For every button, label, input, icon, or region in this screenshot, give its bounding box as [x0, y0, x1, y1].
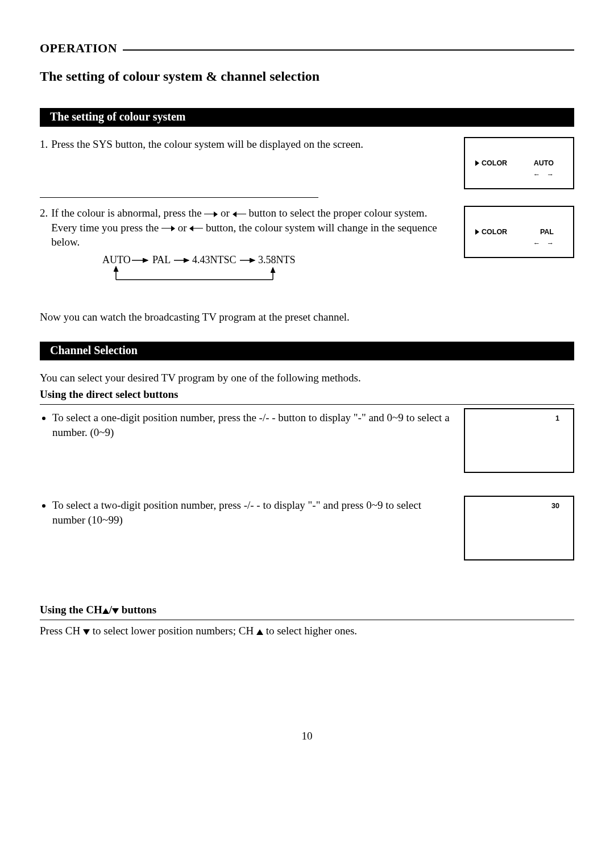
step-2-number: 2. — [40, 206, 48, 250]
operation-header: OPERATION — [40, 40, 574, 57]
svg-text:3.58NTSC: 3.58NTSC — [258, 254, 296, 265]
triangle-up-icon — [102, 608, 109, 614]
arrow-left-icon — [189, 226, 203, 231]
step-2-row: 2. If the colour is abnormal, press the … — [40, 206, 574, 290]
step-1-row: 1. Press the SYS button, the colour syst… — [40, 137, 574, 189]
svg-text:AUTO: AUTO — [102, 254, 131, 265]
subheading-direct-select: Using the direct select buttons — [40, 387, 574, 402]
section1-after-text: Now you can watch the broadcasting TV pr… — [40, 310, 574, 325]
direct-select-one-digit-row: To select a one-digit position number, p… — [40, 408, 574, 473]
page-number: 10 — [40, 729, 574, 744]
bullet-two-digit: To select a two-digit position number, p… — [52, 498, 453, 527]
header-rule — [123, 49, 574, 51]
arrow-right-icon — [161, 226, 175, 231]
ch-buttons-text: Press CH to select lower position number… — [40, 624, 574, 638]
operation-label: OPERATION — [40, 40, 117, 57]
arrow-left-icon — [233, 211, 246, 217]
section-colour-system-heading: The setting of colour system — [40, 108, 574, 127]
divider — [40, 620, 574, 620]
screen3-value: 1 — [555, 414, 559, 423]
screen2-value: PAL — [540, 227, 554, 237]
screen4-value: 30 — [551, 501, 559, 511]
direct-select-two-digit-row: To select a two-digit position number, p… — [40, 496, 574, 560]
section-channel-selection-heading: Channel Selection — [40, 342, 574, 360]
colour-sequence-diagram: AUTO PAL 4.43NTSC 3.58NTSC — [91, 254, 296, 288]
triangle-down-icon — [112, 608, 119, 614]
divider — [40, 404, 574, 405]
divider — [40, 197, 318, 198]
screen-channel-1: 1 — [464, 408, 574, 473]
screen2-label: COLOR — [482, 228, 507, 236]
screen1-value: AUTO — [534, 159, 554, 168]
screen-channel-30: 30 — [464, 496, 574, 560]
channel-intro: You can select your desired TV program b… — [40, 371, 574, 385]
screen2-arrows: ← → — [533, 239, 556, 248]
triangle-down-icon — [83, 629, 90, 635]
triangle-up-icon — [256, 629, 263, 635]
play-icon — [475, 229, 479, 235]
page-title: The setting of colour system & channel s… — [40, 67, 574, 85]
arrow-right-icon — [204, 211, 218, 217]
bullet-one-digit: To select a one-digit position number, p… — [52, 410, 453, 439]
subheading-ch-buttons: Using the CH/ buttons — [40, 603, 574, 617]
svg-text:PAL: PAL — [152, 254, 171, 265]
screen-color-auto: COLOR AUTO ← → — [464, 137, 574, 189]
screen1-label: COLOR — [482, 159, 507, 167]
screen-color-pal: COLOR PAL ← → — [464, 206, 574, 258]
step-1-number: 1. — [40, 137, 48, 152]
play-icon — [475, 160, 479, 166]
svg-text:4.43NTSC: 4.43NTSC — [192, 254, 237, 265]
screen1-arrows: ← → — [533, 170, 556, 180]
step-1-text: Press the SYS button, the colour system … — [51, 137, 453, 152]
step-2-text: If the colour is abnormal, press the or … — [51, 206, 453, 250]
